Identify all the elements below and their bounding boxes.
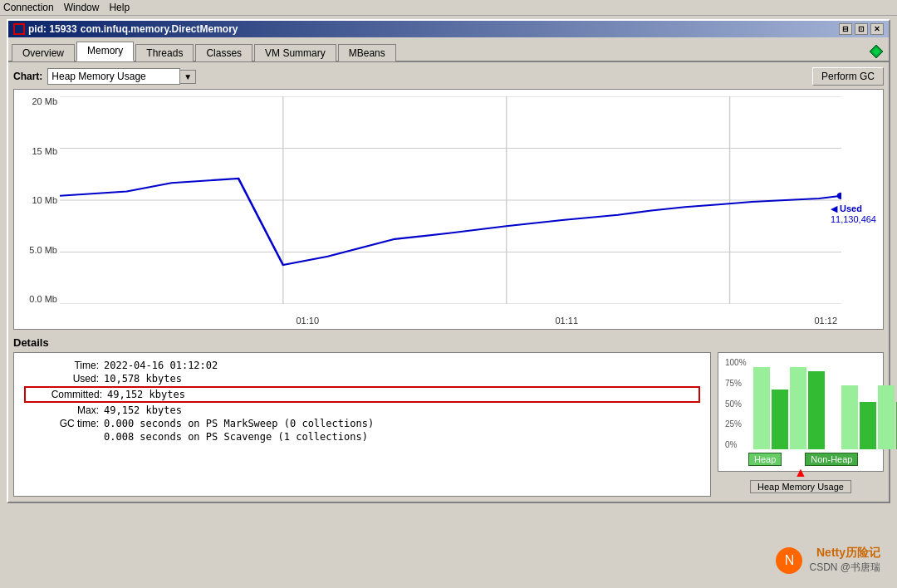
bar-used-2 bbox=[808, 371, 825, 449]
tab-vmsummary[interactable]: VM Summary bbox=[254, 44, 336, 61]
detail-label-gctime2 bbox=[24, 431, 99, 443]
y-label-2: 10 Mb bbox=[17, 195, 57, 205]
watermark-text: Netty历险记 CSDN @书唐瑞 bbox=[809, 546, 880, 575]
title-bar: pid: 15933 com.infuq.memory.DirectMemory… bbox=[8, 21, 889, 37]
bar-heap-2-used bbox=[808, 358, 825, 449]
menu-help[interactable]: Help bbox=[109, 2, 130, 13]
detail-row-time: Time: 2022-04-16 01:12:02 bbox=[24, 360, 700, 371]
bar-nonheap-2-committed bbox=[878, 358, 895, 449]
legend-value: 11,130,464 bbox=[831, 214, 876, 224]
x-axis: 01:10 01:11 01:12 bbox=[60, 316, 837, 326]
chart-select-wrapper: ▼ bbox=[47, 68, 196, 85]
tab-classes[interactable]: Classes bbox=[195, 44, 252, 61]
main-window: pid: 15933 com.infuq.memory.DirectMemory… bbox=[7, 19, 890, 503]
bar-committed-2 bbox=[790, 367, 806, 449]
chart-selector: Chart: ▼ bbox=[13, 68, 196, 85]
watermark-brand: Netty历险记 bbox=[809, 546, 880, 561]
menu-bar: Connection Window Help bbox=[0, 0, 897, 16]
x-label-1: 01:10 bbox=[296, 316, 319, 326]
tab-mbeans[interactable]: MBeans bbox=[338, 44, 396, 61]
detail-value-used: 10,578 kbytes bbox=[104, 373, 182, 385]
x-label-3: 01:12 bbox=[814, 316, 837, 326]
chart-area: 20 Mb 15 Mb 10 Mb 5.0 Mb 0.0 Mb bbox=[13, 89, 884, 330]
details-title: Details bbox=[13, 336, 884, 349]
chart-select-input[interactable] bbox=[47, 68, 180, 85]
bar-nonheap-1-used bbox=[860, 358, 876, 449]
y-label-3: 5.0 Mb bbox=[17, 245, 57, 255]
heap-button[interactable]: Heap bbox=[748, 453, 782, 466]
perform-gc-button[interactable]: Perform GC bbox=[812, 67, 884, 86]
bar-y-axis: 100% 75% 50% 25% 0% bbox=[725, 358, 748, 449]
app-icon bbox=[13, 23, 25, 35]
y-label-0: 20 Mb bbox=[17, 96, 57, 106]
watermark: N Netty历险记 CSDN @书唐瑞 bbox=[776, 546, 880, 575]
arrow-up-icon: ▲ bbox=[794, 465, 807, 480]
y-label-1: 15 Mb bbox=[17, 146, 57, 156]
legend-label: Used bbox=[840, 203, 862, 213]
title-bar-buttons: ⊟ ⊡ ✕ bbox=[839, 23, 884, 35]
tab-bar-icon bbox=[867, 42, 885, 61]
title-bar-left: pid: 15933 com.infuq.memory.DirectMemory bbox=[13, 23, 238, 35]
details-inner: Time: 2022-04-16 01:12:02 Used: 10,578 k… bbox=[13, 352, 884, 497]
chart-legend: ◀ Used 11,130,464 bbox=[831, 203, 876, 224]
title-pid: pid: 15933 bbox=[28, 23, 77, 35]
bar-y-1: 75% bbox=[725, 379, 747, 388]
watermark-sub: CSDN @书唐瑞 bbox=[809, 561, 880, 575]
nonheap-bars-group bbox=[841, 358, 897, 449]
detail-label-committed: Committed: bbox=[27, 389, 102, 400]
heap-bars-group bbox=[753, 358, 825, 449]
y-label-4: 0.0 Mb bbox=[17, 294, 57, 304]
bar-y-0: 100% bbox=[725, 358, 747, 367]
detail-row-committed: Committed: 49,152 kbytes bbox=[24, 386, 700, 403]
bar-y-4: 0% bbox=[725, 440, 747, 449]
maximize-button[interactable]: ⊡ bbox=[855, 23, 868, 35]
menu-connection[interactable]: Connection bbox=[3, 2, 54, 13]
details-text-box: Time: 2022-04-16 01:12:02 Used: 10,578 k… bbox=[13, 352, 711, 497]
detail-label-gctime: GC time: bbox=[24, 418, 99, 429]
heap-usage-label: Heap Memory Usage bbox=[750, 480, 851, 493]
x-label-2: 01:11 bbox=[555, 316, 578, 326]
detail-value-committed: 49,152 kbytes bbox=[107, 389, 185, 400]
bar-nonheap-committed-1 bbox=[841, 385, 858, 449]
close-button[interactable]: ✕ bbox=[870, 23, 884, 35]
bar-heap-1-committed bbox=[753, 358, 770, 449]
bar-chart-container: 100% 75% 50% 25% 0% bbox=[718, 352, 884, 497]
bar-used-1 bbox=[772, 390, 788, 449]
title-text: com.infuq.memory.DirectMemory bbox=[81, 23, 238, 35]
chart-svg bbox=[60, 96, 841, 304]
tab-threads[interactable]: Threads bbox=[135, 44, 194, 61]
detail-value-gctime2: 0.008 seconds on PS Scavenge (1 collecti… bbox=[104, 431, 368, 443]
detail-value-time: 2022-04-16 01:12:02 bbox=[104, 360, 218, 371]
chart-label: Chart: bbox=[13, 71, 42, 82]
chart-dropdown-button[interactable]: ▼ bbox=[180, 70, 196, 84]
bar-nonheap-committed-2 bbox=[878, 385, 895, 449]
tab-overview[interactable]: Overview bbox=[12, 44, 75, 61]
tab-memory[interactable]: Memory bbox=[76, 42, 134, 61]
bar-heap-2-committed bbox=[790, 358, 806, 449]
tab-bar: Overview Memory Threads Classes VM Summa… bbox=[8, 37, 889, 62]
detail-label-time: Time: bbox=[24, 360, 99, 371]
bar-btn-spacer bbox=[787, 453, 800, 466]
svg-point-10 bbox=[837, 193, 841, 199]
bars-area bbox=[753, 358, 897, 449]
y-axis: 20 Mb 15 Mb 10 Mb 5.0 Mb 0.0 Mb bbox=[17, 96, 57, 304]
content-area: Chart: ▼ Perform GC 20 Mb 15 Mb 10 Mb 5.… bbox=[8, 62, 889, 502]
detail-value-gctime1: 0.000 seconds on PS MarkSweep (0 collect… bbox=[104, 418, 374, 429]
detail-row-used: Used: 10,578 kbytes bbox=[24, 373, 700, 385]
detail-label-used: Used: bbox=[24, 373, 99, 385]
bar-y-3: 25% bbox=[725, 419, 747, 429]
watermark-icon: N bbox=[776, 547, 802, 574]
detail-row-max: Max: 49,152 kbytes bbox=[24, 404, 700, 416]
bar-chart-inner: 100% 75% 50% 25% 0% bbox=[725, 358, 876, 449]
bar-nonheap-used-1 bbox=[860, 402, 876, 449]
details-section: Details Time: 2022-04-16 01:12:02 Used: … bbox=[13, 336, 884, 497]
detail-row-gctime2: 0.008 seconds on PS Scavenge (1 collecti… bbox=[24, 431, 700, 443]
detail-value-max: 49,152 kbytes bbox=[104, 404, 182, 416]
menu-window[interactable]: Window bbox=[64, 2, 100, 13]
bar-committed-1 bbox=[753, 367, 770, 449]
minimize-button[interactable]: ⊟ bbox=[839, 23, 852, 35]
legend-arrow: ◀ bbox=[831, 203, 840, 213]
bar-nonheap-1-committed bbox=[841, 358, 858, 449]
bar-chart-box: 100% 75% 50% 25% 0% bbox=[718, 352, 884, 472]
nonheap-button[interactable]: Non-Heap bbox=[805, 453, 858, 466]
